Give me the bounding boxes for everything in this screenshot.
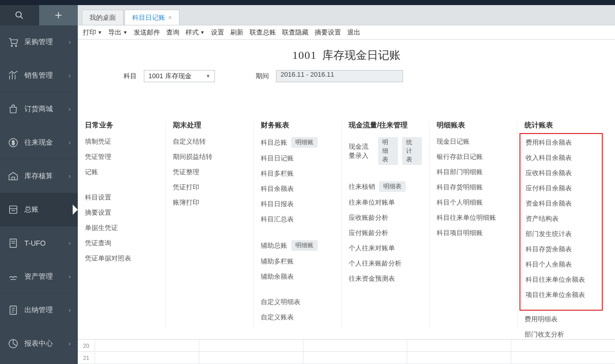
menu-link[interactable]: 辅助余额表	[261, 272, 294, 281]
menu-link[interactable]: 自定义明细表	[261, 297, 300, 307]
menu-link[interactable]: 现金流量录入	[349, 142, 374, 160]
tb-refresh[interactable]: 刷新	[230, 28, 243, 37]
menu-link[interactable]: 部门发生统计表	[526, 229, 572, 239]
subject-select[interactable]: 1001 库存现金 ▼	[144, 70, 215, 82]
menu-link[interactable]: 应付账龄分析	[349, 228, 388, 238]
sidebar-item-assets[interactable]: 资产管理 ›	[0, 260, 78, 293]
menu-link[interactable]: 费用科目余额表	[526, 138, 572, 147]
menu-badge[interactable]: 明细账	[291, 240, 318, 251]
mega-column-title: 明细账表	[437, 121, 510, 130]
menu-link[interactable]: 辅助总账	[261, 241, 287, 250]
menu-link[interactable]: 项目往来单位余额表	[526, 290, 585, 300]
row-number: 21	[78, 352, 95, 363]
sidebar-item-tufo[interactable]: T-UFO ›	[0, 226, 78, 260]
menu-row: 填制凭证	[85, 137, 158, 146]
menu-link[interactable]: 账簿打印	[173, 198, 199, 207]
menu-link[interactable]: 收入科目余额表	[526, 153, 572, 162]
menu-link[interactable]: 科目部门明细账	[437, 168, 483, 177]
menu-badge[interactable]: 明细表	[378, 137, 398, 165]
menu-link[interactable]: 科目设置	[85, 193, 111, 202]
tb-link-gl[interactable]: 联查总账	[250, 28, 276, 37]
menu-link[interactable]: 科目汇总表	[261, 215, 294, 224]
ledger-icon	[7, 204, 19, 216]
nav-add-button[interactable]	[39, 5, 78, 25]
nav-search-button[interactable]	[0, 5, 39, 25]
menu-link[interactable]: 往来资金预测表	[349, 274, 395, 283]
menu-link[interactable]: 摘要设置	[85, 208, 111, 217]
bag-icon	[7, 103, 19, 115]
menu-row: 科目存货明细账	[437, 183, 510, 192]
menu-link[interactable]: 部门收支分析	[525, 330, 564, 339]
menu-link[interactable]: 资产结构表	[526, 214, 559, 223]
coin-icon: $	[7, 137, 19, 149]
sidebar-item-ledger[interactable]: 总账	[0, 193, 78, 226]
menu-link[interactable]: 科目多栏账	[261, 169, 294, 178]
menu-row: 凭证打印	[173, 183, 246, 192]
menu-link[interactable]: 凭证查询	[85, 239, 111, 248]
menu-link[interactable]: 凭证管理	[85, 152, 111, 161]
tb-style[interactable]: 样式▼	[186, 28, 205, 37]
menu-link[interactable]: 单据生凭证	[85, 223, 118, 233]
tb-summary[interactable]: 摘要设置	[315, 28, 341, 37]
menu-row: 凭证整理	[173, 168, 246, 177]
tab-journal[interactable]: 科目日记账 ×	[125, 10, 179, 25]
menu-link[interactable]: 往来核销	[349, 182, 375, 191]
close-icon[interactable]: ×	[168, 14, 172, 21]
chart-icon	[7, 70, 19, 82]
menu-link[interactable]: 科目存货余额表	[526, 245, 572, 254]
tb-settings[interactable]: 设置	[211, 28, 224, 37]
tb-query[interactable]: 查询	[166, 28, 179, 37]
menu-link[interactable]: 应收账龄分析	[349, 213, 388, 222]
menu-row: 自定义明细表	[261, 297, 334, 307]
menu-link[interactable]: 应收科目余额表	[526, 169, 572, 178]
tab-desktop[interactable]: 我的桌面	[82, 10, 124, 25]
sidebar-item-sales[interactable]: 销售管理 ›	[0, 59, 78, 92]
menu-link[interactable]: 个人往来对账单	[349, 244, 395, 253]
menu-link[interactable]: 凭证打印	[173, 183, 199, 192]
menu-link[interactable]: 科目余额表	[261, 184, 294, 193]
sidebar-item-ordermall[interactable]: 订货商城 ›	[0, 92, 78, 126]
menu-link[interactable]: 科目存货明细账	[437, 183, 483, 192]
sidebar-item-cash[interactable]: $ 往来现金 ›	[0, 126, 78, 159]
menu-link[interactable]: 科目总账	[261, 138, 287, 147]
menu-link[interactable]: 资金科目余额表	[526, 199, 572, 208]
menu-link[interactable]: 科目日报表	[261, 200, 294, 209]
sidebar-item-purchase[interactable]: 采购管理 ›	[0, 25, 78, 59]
menu-row: 科目部门明细账	[437, 168, 510, 177]
menu-link[interactable]: 记账	[85, 168, 98, 177]
menu-badge[interactable]: 统计表	[402, 137, 422, 165]
sidebar-item-inventory[interactable]: 库存核算 ›	[0, 159, 78, 193]
menu-link[interactable]: 银行存款日记账	[437, 152, 483, 161]
tb-export[interactable]: 导出▼	[108, 28, 128, 37]
table-row: 20	[78, 340, 615, 352]
menu-link[interactable]: 科目往来单位明细账	[437, 213, 496, 222]
tb-sendmail[interactable]: 发送邮件	[134, 28, 160, 37]
menu-link[interactable]: 科目个人明细账	[437, 198, 483, 207]
menu-link[interactable]: 往来单位对账单	[349, 198, 395, 207]
menu-link[interactable]: 凭证整理	[173, 168, 199, 177]
menu-link[interactable]: 科目个人余额表	[526, 260, 572, 269]
menu-link[interactable]: 科目日记账	[261, 154, 294, 163]
tb-print[interactable]: 打印▼	[83, 28, 102, 37]
menu-link[interactable]: 凭证单据对照表	[85, 254, 131, 263]
menu-link[interactable]: 填制凭证	[85, 137, 111, 146]
sidebar-item-label: 资产管理	[24, 272, 69, 281]
tb-link-hide[interactable]: 联查隐藏	[282, 28, 309, 37]
menu-link[interactable]: 费用明细表	[525, 315, 558, 324]
sidebar-item-cashier[interactable]: 出纳管理 ›	[0, 293, 78, 327]
menu-link[interactable]: 现金日记账	[437, 137, 470, 146]
menu-badge[interactable]: 明细表	[379, 181, 406, 192]
menu-badge[interactable]: 明细账	[291, 137, 318, 148]
menu-link[interactable]: 应付科目余额表	[526, 184, 572, 193]
menu-link[interactable]: 科目往来单位余额表	[526, 275, 585, 284]
menu-link[interactable]: 个人往来账龄分析	[349, 259, 402, 268]
period-input[interactable]: 2016.11 - 2016.11	[276, 70, 403, 82]
menu-link[interactable]: 自定义账表	[261, 313, 294, 322]
menu-link[interactable]: 科目项目明细账	[437, 228, 483, 238]
doc-icon	[7, 304, 19, 316]
menu-link[interactable]: 辅助多栏账	[261, 257, 294, 266]
sidebar-item-reports[interactable]: 报表中心 ›	[0, 327, 78, 360]
menu-link[interactable]: 自定义结转	[173, 137, 206, 146]
menu-link[interactable]: 期间损益结转	[173, 152, 212, 161]
tb-exit[interactable]: 退出	[347, 28, 360, 37]
